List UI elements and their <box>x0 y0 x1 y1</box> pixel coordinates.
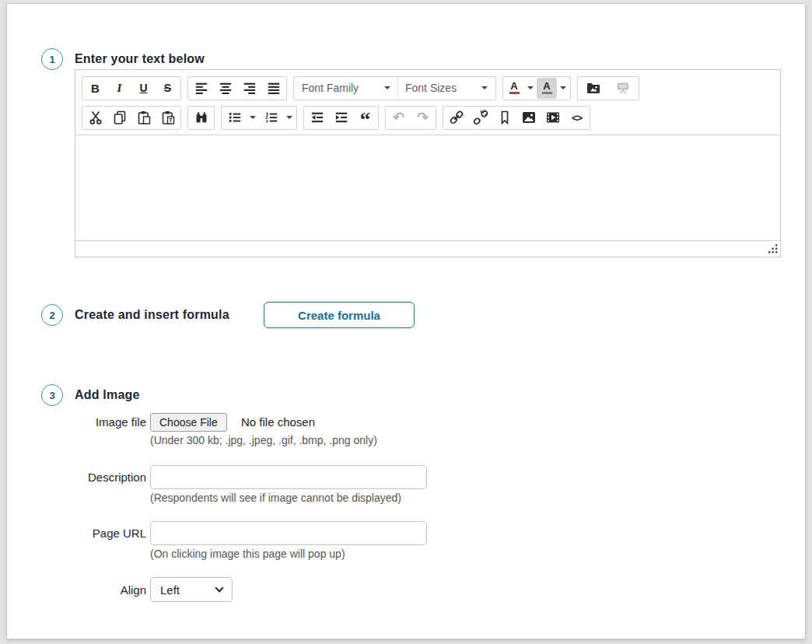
bullet-list-button[interactable] <box>222 107 247 128</box>
svg-text:T: T <box>169 117 173 124</box>
step-3-title: Add Image <box>75 388 140 402</box>
step-2-title: Create and insert formula <box>75 308 229 322</box>
paste-button[interactable] <box>131 107 156 128</box>
chevron-down-icon <box>286 116 292 119</box>
strikethrough-icon: S <box>164 82 171 94</box>
align-center-icon <box>219 81 233 95</box>
bold-icon: B <box>91 82 100 95</box>
insert-image-icon <box>521 110 537 125</box>
image-library-button[interactable] <box>579 78 608 99</box>
indent-icon <box>334 110 348 124</box>
source-code-button[interactable]: <> <box>565 107 589 128</box>
undo-button[interactable]: ↶ <box>387 107 411 128</box>
search-group <box>187 106 215 130</box>
editor-content-area[interactable] <box>75 135 780 240</box>
cut-icon <box>88 110 103 125</box>
strikethrough-button[interactable]: S <box>156 78 180 99</box>
align-left-button[interactable] <box>189 78 213 99</box>
rich-text-editor: B I U S <box>75 69 781 257</box>
history-group: ↶ ↷ <box>385 106 436 130</box>
blockquote-button[interactable]: “ <box>353 107 377 128</box>
image-library-icon <box>586 80 601 96</box>
chevron-down-icon <box>250 116 256 119</box>
text-color-dropdown[interactable] <box>524 78 537 99</box>
font-family-label: Font Family <box>302 82 359 94</box>
indent-button[interactable] <box>329 107 353 128</box>
create-formula-button[interactable]: Create formula <box>264 302 415 328</box>
image-file-label: Image file <box>7 415 146 429</box>
step-2-number: 2 <box>49 310 54 321</box>
align-select[interactable]: Left <box>150 577 233 602</box>
font-family-select[interactable]: Font Family <box>295 78 398 99</box>
font-sizes-select[interactable]: Font Sizes <box>398 78 495 99</box>
toolbar-row-2: T <box>82 103 780 131</box>
page-url-label: Page URL <box>7 527 146 540</box>
bold-button[interactable]: B <box>83 78 107 99</box>
font-group: Font Family Font Sizes <box>293 76 496 100</box>
insert-image-button[interactable] <box>516 107 541 128</box>
media-tools-group <box>577 76 639 100</box>
blockquote-icon: “ <box>360 112 371 124</box>
chevron-down-icon <box>527 86 534 89</box>
color-group: A A <box>502 76 571 100</box>
align-justify-icon <box>267 81 281 95</box>
chevron-down-icon <box>384 86 390 89</box>
find-replace-button[interactable] <box>189 107 213 128</box>
preview-button[interactable] <box>608 78 638 99</box>
step-1-title: Enter your text below <box>75 52 205 66</box>
chevron-down-icon <box>481 86 488 89</box>
description-input[interactable] <box>150 465 427 489</box>
align-selected-value: Left <box>160 583 180 597</box>
italic-icon: I <box>117 82 122 95</box>
page-url-hint: (On clicking image this page will pop up… <box>150 548 345 560</box>
insert-group: <> <box>443 106 590 130</box>
resize-grip[interactable] <box>766 243 779 255</box>
anchor-icon <box>497 110 513 125</box>
preview-icon <box>615 80 631 96</box>
insert-link-button[interactable] <box>444 107 468 128</box>
no-file-chosen-text: No file chosen <box>241 415 315 429</box>
align-center-button[interactable] <box>213 78 237 99</box>
background-color-dropdown[interactable] <box>557 78 569 99</box>
remove-link-button[interactable] <box>468 107 492 128</box>
background-color-icon: A <box>542 82 552 94</box>
copy-button[interactable] <box>107 107 131 128</box>
font-sizes-label: Font Sizes <box>405 82 457 94</box>
outdent-button[interactable] <box>305 107 329 128</box>
numbered-list-dropdown[interactable] <box>283 107 296 128</box>
remove-link-icon <box>473 110 488 125</box>
image-file-hint: (Under 300 kb; .jpg, .jpeg, .gif, .bmp, … <box>150 434 377 446</box>
italic-button[interactable]: I <box>107 78 131 99</box>
insert-media-button[interactable] <box>541 107 565 128</box>
align-group <box>187 76 287 100</box>
redo-button[interactable]: ↷ <box>411 107 435 128</box>
text-color-button[interactable]: A <box>504 78 524 99</box>
cut-button[interactable] <box>83 107 107 128</box>
anchor-button[interactable] <box>492 107 516 128</box>
page-url-input[interactable] <box>150 521 427 545</box>
description-hint: (Respondents will see if image cannot be… <box>150 492 401 504</box>
underline-button[interactable]: U <box>131 78 156 99</box>
question-editor-panel: 1 Enter your text below B I U S <box>6 3 806 639</box>
align-left-icon <box>194 81 208 95</box>
step-2-badge: 2 <box>41 304 63 326</box>
editor-statusbar <box>75 240 780 257</box>
undo-icon: ↶ <box>393 109 404 126</box>
align-justify-button[interactable] <box>261 78 285 99</box>
bullet-list-dropdown[interactable] <box>247 107 259 128</box>
bullet-list-icon <box>228 110 242 124</box>
chevron-down-icon <box>215 583 223 592</box>
redo-icon: ↷ <box>417 109 429 126</box>
list-group <box>221 106 297 130</box>
align-right-button[interactable] <box>237 78 261 99</box>
paste-as-text-button[interactable]: T <box>156 107 180 128</box>
underline-icon: U <box>139 82 147 94</box>
choose-file-button[interactable]: Choose File <box>150 413 227 432</box>
numbered-list-button[interactable] <box>259 107 283 128</box>
outdent-icon <box>310 110 324 124</box>
step-3-number: 3 <box>49 390 54 401</box>
paste-as-text-icon: T <box>160 110 176 125</box>
page-background: 1 Enter your text below B I U S <box>0 0 812 644</box>
background-color-button[interactable]: A <box>537 78 557 99</box>
numbered-list-icon <box>264 110 278 124</box>
